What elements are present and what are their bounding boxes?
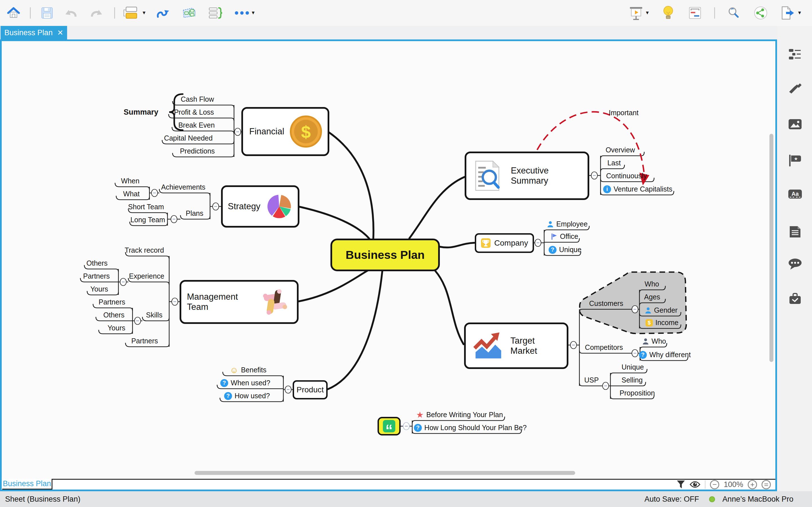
zoom-in-button[interactable]: + bbox=[748, 480, 757, 489]
subtopic[interactable]: When bbox=[121, 177, 139, 185]
subtopic[interactable]: Partners bbox=[83, 272, 110, 280]
marker-flag-button[interactable]: ★ bbox=[788, 154, 802, 167]
subtopic[interactable]: USP bbox=[584, 376, 599, 384]
eye-icon[interactable] bbox=[690, 481, 700, 488]
vertical-scrollbar[interactable] bbox=[769, 134, 773, 362]
subtopic[interactable]: Skills bbox=[146, 311, 162, 319]
dollar-coin-icon bbox=[290, 115, 322, 148]
redo-button[interactable] bbox=[84, 4, 109, 22]
subtopic[interactable]: Experience bbox=[129, 272, 164, 280]
subtopic[interactable]: Venture Capitalists bbox=[603, 185, 672, 193]
search-button[interactable] bbox=[720, 4, 747, 22]
home-icon bbox=[7, 7, 20, 19]
subtopic[interactable]: Partners bbox=[99, 298, 125, 306]
subtopic[interactable]: Continuously bbox=[606, 172, 647, 180]
document-tab[interactable]: Business Plan ✕ bbox=[1, 26, 67, 40]
text-label-button[interactable]: Aa bbox=[788, 187, 802, 201]
topic-product[interactable]: Product bbox=[293, 380, 327, 399]
subtopic[interactable]: Others bbox=[86, 259, 107, 267]
subtopic[interactable]: Yours bbox=[90, 285, 108, 293]
home-button[interactable] bbox=[2, 4, 25, 22]
topic-strategy[interactable]: Strategy bbox=[221, 185, 299, 228]
subtopic[interactable]: Benefits bbox=[230, 366, 266, 374]
share-button[interactable] bbox=[747, 4, 774, 22]
note-button[interactable] bbox=[788, 225, 802, 238]
subtopic[interactable]: Others bbox=[103, 311, 124, 319]
comment-button[interactable] bbox=[788, 257, 802, 271]
topic-financial[interactable]: Financial bbox=[241, 107, 329, 156]
image-button[interactable] bbox=[788, 117, 802, 131]
topic-management-team[interactable]: Management Team bbox=[180, 280, 299, 324]
relation-button[interactable] bbox=[149, 4, 175, 22]
chevron-down-icon: ▼ bbox=[142, 10, 147, 16]
zoom-fit-button[interactable]: = bbox=[762, 480, 771, 489]
subtopic[interactable]: Selling bbox=[621, 376, 643, 384]
subtopic[interactable]: Yours bbox=[107, 324, 125, 332]
subtopic[interactable]: Capital Needed bbox=[164, 134, 213, 142]
zoom-out-button[interactable]: − bbox=[710, 480, 719, 489]
style-brush-button[interactable] bbox=[788, 82, 802, 96]
presentation-button[interactable]: ▼ bbox=[623, 4, 656, 22]
sheet-tab[interactable]: Business Plan bbox=[2, 479, 52, 490]
subtopic[interactable]: Why different bbox=[639, 351, 691, 359]
subtopic[interactable]: Proposition bbox=[619, 389, 655, 397]
topic-tree-icon bbox=[789, 48, 801, 60]
topic-label: Product bbox=[297, 385, 324, 394]
team-hands-icon bbox=[259, 286, 291, 318]
summary-label[interactable]: Summary bbox=[123, 108, 158, 117]
subtopic[interactable]: Unique bbox=[621, 363, 644, 371]
subtopic[interactable]: Profit & Loss bbox=[174, 108, 214, 116]
slide-layout-button[interactable] bbox=[681, 4, 709, 22]
subtopic[interactable]: Competitors bbox=[585, 343, 623, 351]
subtopic[interactable]: Partners bbox=[132, 337, 158, 345]
more-tools-button[interactable]: ▼ bbox=[230, 4, 260, 22]
subtopic[interactable]: Income bbox=[646, 319, 679, 327]
subtopic[interactable]: Track record bbox=[124, 246, 164, 255]
subtopic[interactable]: How Long Should Your Plan Be? bbox=[414, 424, 527, 432]
subtopic[interactable]: Last bbox=[607, 159, 620, 167]
node-style-icon bbox=[123, 6, 140, 19]
subtopic[interactable]: Office bbox=[551, 232, 578, 240]
subtopic[interactable]: Break Even bbox=[178, 121, 214, 129]
subtopic[interactable]: How used? bbox=[224, 392, 270, 400]
summary-button[interactable] bbox=[202, 4, 230, 22]
export-button[interactable]: ▼ bbox=[774, 4, 808, 22]
subtopic[interactable]: Short Team bbox=[128, 203, 164, 211]
subtopic[interactable]: Who bbox=[642, 337, 666, 345]
subtopic[interactable]: Long Team bbox=[130, 216, 165, 224]
subtopic[interactable]: Ages bbox=[644, 293, 660, 301]
subtopic[interactable]: Gender bbox=[645, 306, 677, 314]
save-button[interactable] bbox=[36, 4, 58, 22]
node-style-button[interactable]: ▼ bbox=[120, 4, 149, 22]
subtopic[interactable]: Unique bbox=[549, 245, 581, 254]
subtopic[interactable]: When used? bbox=[220, 379, 270, 387]
group-border-button[interactable] bbox=[175, 4, 202, 22]
undo-button[interactable] bbox=[58, 4, 84, 22]
topic-executive-summary[interactable]: Executive Summary bbox=[465, 152, 589, 200]
subtopic[interactable]: Predictions bbox=[180, 147, 215, 155]
subtopic[interactable]: Plans bbox=[186, 209, 204, 217]
subtopic[interactable]: Customers bbox=[589, 299, 623, 307]
subtopic[interactable]: Cash Flow bbox=[181, 95, 214, 103]
horizontal-scrollbar[interactable] bbox=[195, 471, 575, 475]
subtopic[interactable]: Overview bbox=[606, 146, 635, 154]
subtopic[interactable]: Employee bbox=[547, 220, 588, 228]
svg-text:★: ★ bbox=[794, 156, 798, 161]
idea-button[interactable] bbox=[656, 4, 681, 22]
subtopic[interactable]: Who bbox=[645, 280, 659, 288]
topic-quote-note[interactable] bbox=[377, 417, 401, 436]
close-icon[interactable]: ✕ bbox=[57, 29, 63, 37]
subtopic[interactable]: Achievements bbox=[161, 183, 205, 191]
relation-label[interactable]: Important bbox=[609, 109, 639, 117]
topic-business-plan[interactable]: Business Plan bbox=[331, 238, 440, 271]
topic-target-market[interactable]: Target Market bbox=[464, 323, 568, 369]
filter-icon[interactable] bbox=[677, 480, 685, 489]
toolbox-button[interactable] bbox=[788, 292, 802, 305]
topic-label: Business Plan bbox=[346, 248, 424, 262]
growth-chart-icon bbox=[472, 330, 504, 361]
topic-company[interactable]: Company bbox=[475, 233, 534, 253]
sheet-row-topline bbox=[52, 479, 775, 480]
topic-tree-button[interactable] bbox=[788, 48, 802, 61]
subtopic[interactable]: Before Writing Your Plan bbox=[416, 411, 503, 419]
subtopic[interactable]: What bbox=[123, 190, 140, 198]
